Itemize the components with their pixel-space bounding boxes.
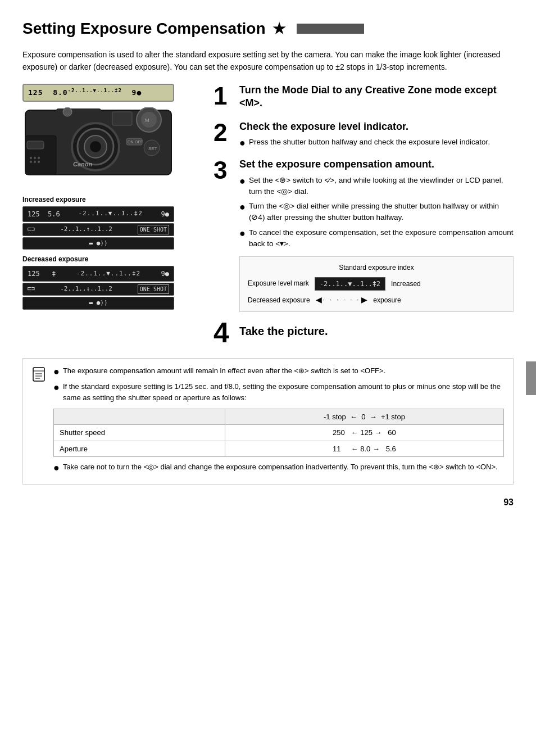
step-3-bullet-3: ● To cancel the exposure compensation, s… [239,227,514,250]
svg-rect-25 [33,368,44,381]
intro-paragraph: Exposure compensation is used to alter t… [22,48,514,74]
step-2: 2 Check the exposure level indicator. ● … [214,120,514,152]
exposure-diagram: Standard exposure index Exposure level m… [239,256,514,312]
diagram-row-1: Exposure level mark -2..1..▼..1..‡2 Incr… [248,277,505,291]
lcd-increased-scale-row: ⊏⊐ -2..1..↑..1..2 ONE SHOT [22,223,174,236]
left-arrow: ◀ [316,294,322,306]
step-4-title: Take the picture. [239,324,328,338]
lcd-top-text: 125 8.0-2..1..▼..1..‡2 9● [28,87,142,98]
diagram-scale-display: -2..1..▼..1..‡2 [315,277,385,291]
scale-label-increased: -2..1..↑..1..2 [60,225,112,234]
oneshot-increased: ONE SHOT [138,225,169,234]
exposure-level-text: Exposure level mark [248,279,309,287]
lcd-increased-scale: -2..1..▼..1..‡2 [79,209,143,219]
increased-label-diagram: Increased [391,279,421,289]
step-1-title: Turn the Mode Dial to any Creative Zone … [239,84,514,110]
note-3-dot: ● [53,463,60,473]
battery-icon-increased: ▬ ●)) [89,239,107,248]
svg-point-10 [63,107,72,116]
lcd-decreased-bottom: ▬ ●)) [22,297,174,310]
bullet-dot: ● [239,202,246,212]
camera-diagram: M SET ON OFF Canon [22,107,174,189]
note-1: ● The exposure compensation amount will … [53,365,504,377]
right-margin-tab [526,361,536,395]
note-1-dot: ● [53,366,60,377]
table-aperture-label: Aperture [54,441,225,457]
step-2-content: Check the exposure level indicator. ● Pr… [239,120,514,152]
bullet-dot: ● [239,228,246,238]
step-3-content: Set the exposure compensation amount. ● … [239,158,514,312]
page-number: 93 [22,496,514,509]
step-1-number: 1 [214,84,234,108]
step-2-bullets: ● Press the shutter button halfway and c… [239,137,514,148]
bullet-dot: ● [239,138,246,148]
svg-text:SET: SET [148,146,157,151]
page-title: Setting Exposure Compensation★ [22,17,514,40]
right-arrow: ▶ [361,294,367,306]
lcd-decreased-scale: -2..1..▼..1..‡2 [76,269,140,279]
battery-icon-decreased: ▬ ●)) [89,298,107,308]
svg-point-20 [34,157,36,159]
note-3: ● Take care not to turn the <◎> dial and… [53,461,504,473]
lcd-increased-strip: 125 5.6 -2..1..▼..1..‡2 9● [22,206,174,222]
note-2-dot: ● [53,382,60,392]
step-2-title: Check the exposure level indicator. [239,120,514,133]
step-2-number: 2 [214,120,234,145]
note-2: ● If the standard exposure setting is 1/… [53,381,504,404]
decreased-label-diagram: Decreased exposure [248,295,310,305]
exposure-table: -1 stop ← 0 → +1 stop Shutter speed 250 … [53,409,504,458]
step-4: 4 Take the picture. [214,319,514,347]
step-1: 1 Turn the Mode Dial to any Creative Zon… [214,84,514,114]
notes-content: ● The exposure compensation amount will … [53,365,504,477]
table-row-aperture: Aperture 11 ← 8.0 → 5.6 [54,441,504,457]
lcd-decreased-right: 9● [161,269,169,279]
step-3-bullet-2: ● Turn the <◎> dial either while pressin… [239,201,514,224]
notes-section: ● The exposure compensation amount will … [22,358,514,485]
lcd-top-display: 125 8.0-2..1..▼..1..‡2 9● [22,84,174,102]
svg-text:OFF: OFF [135,140,143,144]
svg-rect-17 [112,112,132,125]
exposure-right-label: exposure [373,295,401,305]
svg-point-24 [38,161,40,163]
step-2-bullet-1-text: Press the shutter button halfway and che… [249,137,490,148]
scroll-icon-increased: ⊏⊐ [28,225,35,234]
step-4-number: 4 [214,319,234,347]
scale-label-decreased: -2..1..↓..1..2 [60,284,112,294]
step-3-bullet-1: ● Set the <⊛> switch to <∕>, and while l… [239,175,514,198]
step-3-number: 3 [214,158,234,183]
step-3-bullet-3-text: To cancel the exposure compensation, set… [249,227,514,250]
star-icon: ★ [272,18,285,40]
increased-exposure-label: Increased exposure [22,194,202,205]
svg-point-23 [34,161,36,163]
main-content: 125 8.0-2..1..▼..1..‡2 9● M [22,84,514,347]
svg-text:Canon: Canon [73,161,93,168]
lcd-decreased-scale-row: ⊏⊐ -2..1..↓..1..2 ONE SHOT [22,283,174,296]
step-3-title: Set the exposure compensation amount. [239,158,514,171]
scroll-icon-decreased: ⊏⊐ [28,284,35,294]
svg-point-19 [30,157,32,159]
title-decoration [297,24,364,34]
step-3-bullet-1-text: Set the <⊛> switch to <∕>, and while loo… [249,175,514,198]
step-3-bullet-2-text: Turn the <◎> dial either while pressing … [249,201,514,224]
standard-index-label: Standard exposure index [248,262,505,273]
title-text: Setting Exposure Compensation [22,17,266,40]
step-3-bullets: ● Set the <⊛> switch to <∕>, and while l… [239,175,514,250]
svg-text:M: M [145,117,149,123]
note-2-text: If the standard exposure setting is 1/12… [63,381,504,404]
arrows-diagram: ◀ · · · · · · ▶ [316,294,368,306]
table-col-values: -1 stop ← 0 → +1 stop [225,409,503,425]
diagram-row-2: Decreased exposure ◀ · · · · · · ▶ expos… [248,294,505,306]
exposure-level-label: Exposure level mark [248,279,309,288]
notes-icon [32,366,46,477]
oneshot-decreased: ONE SHOT [138,284,169,294]
table-col-label [54,409,225,425]
table-shutter-values: 250 ← 125 → 60 [225,425,503,441]
note-1-text: The exposure compensation amount will re… [63,365,385,377]
step-3: 3 Set the exposure compensation amount. … [214,158,514,312]
table-row-shutter: Shutter speed 250 ← 125 → 60 [54,425,504,441]
svg-point-21 [38,157,40,159]
note-3-text: Take care not to turn the <◎> dial and c… [63,461,498,473]
svg-rect-18 [27,141,44,149]
bullet-dot: ● [239,176,246,186]
lcd-increased-values: 125 5.6 [28,209,60,219]
